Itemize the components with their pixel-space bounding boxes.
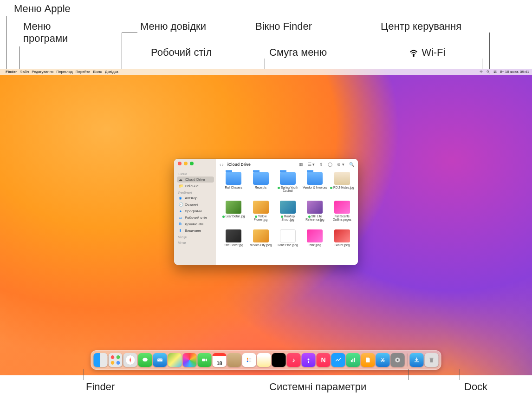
svg-rect-26 bbox=[430, 358, 434, 358]
menu-go[interactable]: Перейти bbox=[76, 70, 91, 74]
view-icons-button[interactable]: ▦ bbox=[299, 162, 303, 167]
sidebar-item-label: Документи bbox=[185, 222, 203, 226]
dock-app-facetime[interactable] bbox=[198, 353, 212, 367]
file-item[interactable]: Lone Pine.jpeg bbox=[275, 229, 301, 257]
sidebar-item-label: Викачане bbox=[185, 229, 201, 233]
menu-edit[interactable]: Редагування bbox=[32, 70, 53, 74]
callout-line bbox=[19, 46, 20, 71]
dock-app-stocks[interactable] bbox=[331, 353, 345, 367]
callout-menu-bar: Смуга меню bbox=[269, 46, 327, 59]
callout-control-center: Центр керування bbox=[381, 20, 461, 33]
sidebar-item-desktop[interactable]: ▭Робочий стіл bbox=[177, 215, 214, 221]
dock-app-reminders[interactable] bbox=[242, 353, 256, 367]
dock-app-tv[interactable] bbox=[272, 353, 286, 367]
sidebar-item-documents[interactable]: 🗎Документи bbox=[177, 221, 214, 227]
menu-bar: Finder Файл Редагування Перегляд Перейти… bbox=[0, 69, 532, 75]
window-controls bbox=[178, 162, 194, 165]
dock-app-contacts[interactable] bbox=[227, 353, 241, 367]
dock-app-safari[interactable] bbox=[123, 353, 137, 367]
file-item[interactable]: Mexico City.jpeg bbox=[247, 229, 273, 257]
folder-shared-icon: 📁 bbox=[179, 184, 183, 188]
sidebar-item-shared[interactable]: 📁 Спільне bbox=[177, 183, 214, 189]
dock-app-launchpad[interactable] bbox=[109, 353, 123, 367]
folder-icon bbox=[280, 172, 296, 185]
file-item[interactable]: Still Life Reference.jpg bbox=[302, 201, 328, 229]
zoom-button[interactable] bbox=[190, 162, 194, 165]
dock-app-messages[interactable] bbox=[138, 353, 152, 367]
menu-file[interactable]: Файл bbox=[19, 70, 29, 74]
minimize-button[interactable] bbox=[184, 162, 188, 165]
dock-app-appstore[interactable] bbox=[376, 353, 390, 367]
callout-help-menu: Меню довідки bbox=[140, 20, 206, 33]
search-button[interactable]: 🔍 bbox=[349, 162, 354, 167]
file-item[interactable]: Vendor & Invoices bbox=[302, 172, 328, 200]
file-item[interactable]: Rooftop Shoot.jpg bbox=[275, 201, 301, 229]
file-thumb bbox=[226, 201, 241, 214]
folder-icon bbox=[226, 172, 241, 185]
dock-app-finder[interactable] bbox=[94, 353, 108, 367]
finder-main: ‹ › iCloud Drive ▦ ☰ ▾ ⇧ ◯ ⊖ ▾ 🔍 Rail Ch… bbox=[216, 159, 358, 265]
action-button[interactable]: ⊖ ▾ bbox=[337, 162, 344, 167]
menubar-clock[interactable]: Вт 18 жовт. 09:41 bbox=[500, 70, 529, 74]
spotlight-icon[interactable] bbox=[486, 70, 490, 74]
callout-line bbox=[84, 369, 84, 380]
file-item[interactable]: Title Cover.jpg bbox=[221, 229, 247, 257]
dock-app-podcasts[interactable] bbox=[302, 353, 316, 367]
dock-app-news[interactable]: N bbox=[317, 353, 331, 367]
callout-line bbox=[122, 33, 122, 72]
file-item[interactable]: Spring Youth Council bbox=[275, 172, 301, 200]
file-thumb bbox=[280, 229, 296, 242]
sidebar-item-recents[interactable]: 🕘Останні bbox=[177, 202, 214, 208]
dock-app-pages[interactable] bbox=[361, 353, 375, 367]
wifi-icon[interactable] bbox=[479, 70, 483, 74]
control-center-icon[interactable] bbox=[493, 70, 497, 74]
sidebar-item-airdrop[interactable]: ◉AirDrop bbox=[177, 195, 214, 201]
finder-window[interactable]: iCloud ☁︎ iCloud Drive 📁 Спільне Улюблен… bbox=[174, 159, 358, 265]
dock-app-photos[interactable] bbox=[183, 353, 197, 367]
sidebar-item-apps[interactable]: ▲Програми bbox=[177, 208, 214, 214]
file-label: Vendor & Invoices bbox=[303, 186, 327, 189]
back-button[interactable]: ‹ bbox=[220, 162, 221, 167]
close-button[interactable] bbox=[178, 162, 182, 165]
tag-dot-icon bbox=[255, 216, 257, 218]
file-item[interactable]: Rail Chasers bbox=[221, 172, 247, 200]
tags-button[interactable]: ◯ bbox=[328, 162, 332, 167]
svg-rect-21 bbox=[352, 359, 353, 362]
svg-point-4 bbox=[493, 71, 494, 72]
dock-app-calendar[interactable]: ЖОВТ 18 bbox=[213, 353, 227, 367]
dock-app-system-settings[interactable] bbox=[391, 353, 405, 367]
file-item[interactable]: Skater.jpeg bbox=[329, 229, 355, 257]
finder-icon-grid[interactable]: Rail ChasersReceiptsSpring Youth Council… bbox=[216, 170, 358, 265]
window-title: iCloud Drive bbox=[227, 162, 251, 167]
menu-help[interactable]: Довідка bbox=[105, 70, 118, 74]
sidebar-item-downloads[interactable]: ⬇Викачане bbox=[177, 228, 214, 234]
svg-point-19 bbox=[308, 359, 310, 360]
file-item[interactable]: RD.2-Notes.jpg bbox=[329, 172, 355, 200]
forward-button[interactable]: › bbox=[222, 162, 223, 167]
file-label: Mexico City.jpeg bbox=[250, 243, 272, 247]
view-options-button[interactable]: ☰ ▾ bbox=[308, 162, 315, 167]
dock-downloads[interactable] bbox=[410, 353, 424, 367]
download-icon: ⬇ bbox=[179, 229, 183, 233]
dock-app-numbers[interactable] bbox=[346, 353, 360, 367]
share-button[interactable]: ⇧ bbox=[319, 162, 323, 167]
dock-app-maps[interactable] bbox=[168, 353, 182, 367]
tag-dot-icon bbox=[278, 187, 280, 189]
file-item[interactable]: Pink.jpeg bbox=[302, 229, 328, 257]
file-item[interactable]: Fall Scents Outline.pages bbox=[329, 201, 355, 229]
sidebar-item-icloud-drive[interactable]: ☁︎ iCloud Drive bbox=[177, 177, 214, 183]
file-thumb bbox=[253, 201, 269, 214]
file-item[interactable]: Receipts bbox=[247, 172, 273, 200]
dock-app-music[interactable]: ♪ bbox=[287, 353, 301, 367]
dock-app-notes[interactable] bbox=[257, 353, 271, 367]
file-item[interactable]: Yellow Flower.jpg bbox=[247, 201, 273, 229]
file-item[interactable]: Leaf Detail.jpg bbox=[221, 201, 247, 229]
menu-window[interactable]: Вікно bbox=[93, 70, 102, 74]
file-label: Rooftop Shoot.jpg bbox=[275, 215, 300, 221]
dock-trash[interactable] bbox=[425, 353, 439, 367]
app-menu[interactable]: Finder bbox=[6, 70, 17, 74]
desktop[interactable]: Finder Файл Редагування Перегляд Перейти… bbox=[0, 69, 532, 375]
menu-view[interactable]: Перегляд bbox=[56, 70, 73, 74]
dock-app-mail[interactable] bbox=[153, 353, 167, 367]
callout-desktop: Робочий стіл bbox=[151, 46, 212, 59]
